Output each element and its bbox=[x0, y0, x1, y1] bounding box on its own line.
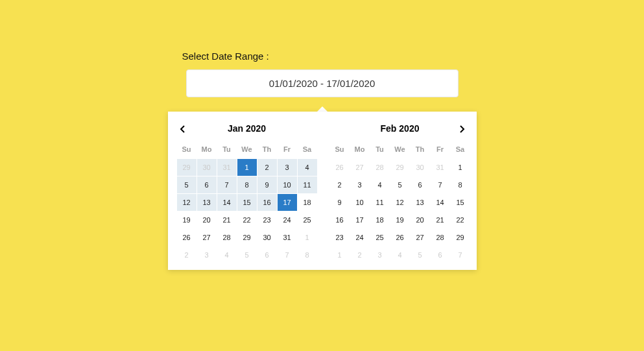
calendar-day[interactable]: 1 bbox=[237, 159, 257, 176]
calendar-day[interactable]: 13 bbox=[411, 194, 430, 211]
calendar-day[interactable]: 15 bbox=[451, 194, 470, 211]
calendar-day[interactable]: 2 bbox=[177, 247, 197, 263]
calendar-day[interactable]: 16 bbox=[257, 194, 277, 211]
calendar-day[interactable]: 6 bbox=[411, 176, 430, 193]
weekday-header: Sa bbox=[451, 143, 470, 158]
calendar-day[interactable]: 25 bbox=[298, 212, 317, 228]
calendar-day[interactable]: 3 bbox=[197, 247, 217, 263]
calendar-day[interactable]: 15 bbox=[237, 194, 257, 211]
calendar-day[interactable]: 29 bbox=[237, 229, 257, 246]
calendar-day[interactable]: 2 bbox=[350, 247, 370, 263]
calendar-day[interactable]: 7 bbox=[278, 247, 297, 263]
weekday-header: Fr bbox=[431, 143, 450, 158]
calendar-day[interactable]: 26 bbox=[177, 229, 197, 246]
calendar-day[interactable]: 3 bbox=[370, 247, 390, 263]
next-month-button[interactable] bbox=[456, 122, 468, 138]
calendar-day[interactable]: 6 bbox=[197, 176, 217, 193]
calendar-day[interactable]: 28 bbox=[370, 159, 390, 176]
calendar-day[interactable]: 10 bbox=[350, 194, 370, 211]
weekday-header: Tu bbox=[370, 143, 390, 158]
calendar-day[interactable]: 6 bbox=[431, 247, 450, 263]
prev-month-button[interactable] bbox=[177, 122, 189, 138]
calendar-day[interactable]: 26 bbox=[390, 229, 410, 246]
calendar-day[interactable]: 22 bbox=[237, 212, 257, 228]
calendar-day[interactable]: 4 bbox=[370, 176, 390, 193]
calendar-day[interactable]: 20 bbox=[197, 212, 217, 228]
calendar-day[interactable]: 29 bbox=[177, 159, 197, 176]
calendar-day[interactable]: 30 bbox=[197, 159, 217, 176]
picker-pointer bbox=[317, 106, 328, 112]
calendar-day[interactable]: 14 bbox=[217, 194, 237, 211]
calendar-right-title: Feb 2020 bbox=[330, 119, 470, 143]
calendar-day[interactable]: 14 bbox=[431, 194, 450, 211]
calendar-day[interactable]: 17 bbox=[278, 194, 297, 211]
calendar-day[interactable]: 11 bbox=[298, 176, 317, 193]
calendar-day[interactable]: 29 bbox=[451, 229, 470, 246]
calendar-day[interactable]: 22 bbox=[451, 212, 470, 228]
calendar-day[interactable]: 1 bbox=[451, 159, 470, 176]
calendar-day[interactable]: 24 bbox=[278, 212, 297, 228]
calendar-day[interactable]: 9 bbox=[330, 194, 350, 211]
calendar-day[interactable]: 2 bbox=[330, 176, 350, 193]
calendar-day[interactable]: 29 bbox=[390, 159, 410, 176]
chevron-right-icon bbox=[459, 125, 465, 133]
calendar-day[interactable]: 27 bbox=[350, 159, 370, 176]
calendar-day[interactable]: 24 bbox=[350, 229, 370, 246]
calendar-day[interactable]: 28 bbox=[217, 229, 237, 246]
calendar-day[interactable]: 23 bbox=[257, 212, 277, 228]
calendar-day[interactable]: 5 bbox=[237, 247, 257, 263]
calendar-day[interactable]: 21 bbox=[431, 212, 450, 228]
calendar-day[interactable]: 28 bbox=[431, 229, 450, 246]
calendar-day[interactable]: 30 bbox=[411, 159, 430, 176]
calendar-day[interactable]: 4 bbox=[217, 247, 237, 263]
calendar-left-title: Jan 2020 bbox=[177, 119, 317, 143]
calendar-day[interactable]: 5 bbox=[177, 176, 197, 193]
calendar-day[interactable]: 7 bbox=[217, 176, 237, 193]
calendar-day[interactable]: 1 bbox=[298, 229, 317, 246]
calendar-day[interactable]: 31 bbox=[278, 229, 297, 246]
calendar-day[interactable]: 5 bbox=[390, 176, 410, 193]
calendar-day[interactable]: 10 bbox=[278, 176, 297, 193]
weekday-header: We bbox=[237, 143, 257, 158]
weekday-header: Su bbox=[177, 143, 197, 158]
calendar-day[interactable]: 7 bbox=[431, 176, 450, 193]
calendar-day[interactable]: 21 bbox=[217, 212, 237, 228]
calendar-day[interactable]: 8 bbox=[237, 176, 257, 193]
calendar-day[interactable]: 12 bbox=[390, 194, 410, 211]
date-range-input[interactable]: 01/01/2020 - 17/01/2020 bbox=[186, 69, 459, 97]
calendar-day[interactable]: 23 bbox=[330, 229, 350, 246]
calendar-day[interactable]: 8 bbox=[298, 247, 317, 263]
calendar-day[interactable]: 9 bbox=[257, 176, 277, 193]
calendar-day[interactable]: 7 bbox=[451, 247, 470, 263]
calendar-day[interactable]: 3 bbox=[350, 176, 370, 193]
date-range-label: Select Date Range : bbox=[180, 51, 465, 62]
calendar-day[interactable]: 6 bbox=[257, 247, 277, 263]
weekday-header: Mo bbox=[350, 143, 370, 158]
calendar-day[interactable]: 11 bbox=[370, 194, 390, 211]
calendar-day[interactable]: 16 bbox=[330, 212, 350, 228]
calendar-day[interactable]: 1 bbox=[330, 247, 350, 263]
calendar-day[interactable]: 31 bbox=[431, 159, 450, 176]
calendar-day[interactable]: 27 bbox=[411, 229, 430, 246]
calendar-day[interactable]: 2 bbox=[257, 159, 277, 176]
calendar-day[interactable]: 19 bbox=[390, 212, 410, 228]
calendar-day[interactable]: 4 bbox=[298, 159, 317, 176]
calendar-day[interactable]: 20 bbox=[411, 212, 430, 228]
calendar-day[interactable]: 30 bbox=[257, 229, 277, 246]
calendar-day[interactable]: 19 bbox=[177, 212, 197, 228]
calendar-day[interactable]: 13 bbox=[197, 194, 217, 211]
calendar-day[interactable]: 18 bbox=[298, 194, 317, 211]
calendar-day[interactable]: 8 bbox=[451, 176, 470, 193]
calendar-day[interactable]: 26 bbox=[330, 159, 350, 176]
calendar-day[interactable]: 5 bbox=[411, 247, 430, 263]
calendar-day[interactable]: 3 bbox=[278, 159, 297, 176]
calendar-day[interactable]: 12 bbox=[177, 194, 197, 211]
calendar-day[interactable]: 27 bbox=[197, 229, 217, 246]
calendar-day[interactable]: 4 bbox=[390, 247, 410, 263]
calendar-day[interactable]: 31 bbox=[217, 159, 237, 176]
weekday-header: We bbox=[390, 143, 410, 158]
weekday-header: Th bbox=[257, 143, 277, 158]
calendar-day[interactable]: 17 bbox=[350, 212, 370, 228]
calendar-day[interactable]: 18 bbox=[370, 212, 390, 228]
calendar-day[interactable]: 25 bbox=[370, 229, 390, 246]
